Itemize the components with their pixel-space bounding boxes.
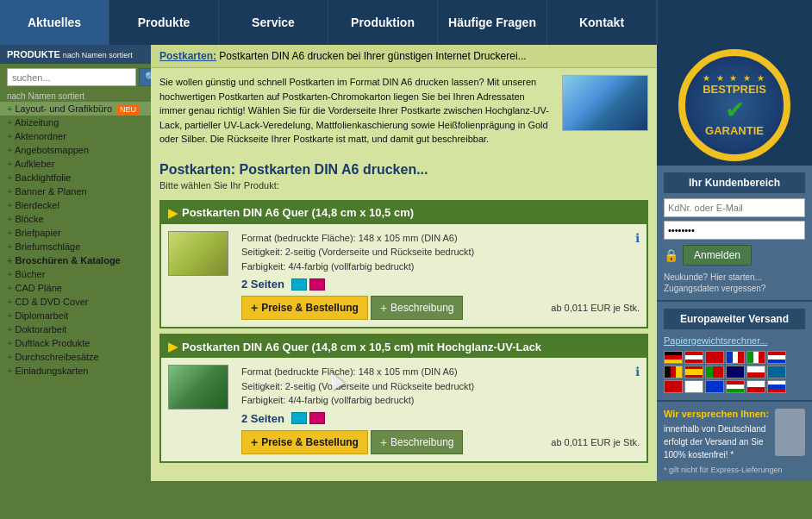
intro-text: Sie wollen günstig und schnell Postkarte… xyxy=(159,75,553,147)
info-icon-2[interactable]: ℹ xyxy=(635,365,640,378)
color-cyan-1 xyxy=(291,278,307,291)
bestpreis-badge: ★ ★ ★ ★ ★ BESTPREIS ✔ GARANTIE xyxy=(657,45,812,166)
color-boxes-1 xyxy=(291,278,325,291)
product-section-header: Postkarten: Postkarten DIN A6 drucken...… xyxy=(151,153,657,195)
intro-section: Sie wollen günstig und schnell Postkarte… xyxy=(151,68,657,153)
arrow-icon-2: ▶ xyxy=(168,340,178,353)
sidebar-item-diplomarbeit[interactable]: Diplomarbeit xyxy=(0,309,151,322)
intro-image xyxy=(562,75,648,131)
login-row: 🔒 Anmelden xyxy=(664,245,805,266)
sidebar-item-einladung[interactable]: Einladungskarten xyxy=(0,364,151,378)
sidebar-item-briefumschlaege[interactable]: Briefumschläge xyxy=(0,240,151,253)
forgot-password-link[interactable]: Zugangsdaten vergessen? xyxy=(664,284,805,293)
promise-section: Wir versprechen Ihnen: innerhalb von Deu… xyxy=(657,400,812,481)
badge-checkmark: ✔ xyxy=(725,96,745,124)
sides-label-2: 2 Seiten xyxy=(241,412,284,425)
desc-button-2[interactable]: + Beschreibung xyxy=(371,430,464,454)
right-panel: ★ ★ ★ ★ ★ BESTPREIS ✔ GARANTIE Ihr Kunde… xyxy=(657,45,812,481)
product-image-1 xyxy=(168,231,228,276)
product-actions-2: + Preise & Bestellung + Beschreibung ab … xyxy=(241,430,640,454)
breadcrumb: Postkarten: Postkarten DIN A6 drucken be… xyxy=(151,45,657,68)
nav-item-haeufige-fragen[interactable]: Häufige Fragen xyxy=(438,0,547,45)
email-field[interactable] xyxy=(664,198,805,217)
product-spec-format-2: Format (bedruckte Fläche): 148 x 105 mm … xyxy=(241,365,640,379)
sidebar-header: PRODUKTE nach Namen sortiert xyxy=(0,45,151,64)
new-badge: NEU xyxy=(117,104,139,115)
sidebar-item-doktorarbeit[interactable]: Doktorarbeit xyxy=(0,322,151,336)
sidebar-item-broschueren[interactable]: Broschüren & Kataloge xyxy=(0,253,151,267)
flag-dk xyxy=(664,380,683,393)
flag-at xyxy=(684,351,703,364)
new-customer-link[interactable]: Neukunde? Hier starten... xyxy=(664,272,805,282)
nav-item-produktion[interactable]: Produktion xyxy=(328,0,438,45)
sidebar-item-bloecke[interactable]: Blöcke xyxy=(0,212,151,226)
color-cyan-2 xyxy=(291,412,307,424)
paper-weight-link[interactable]: Papiergewichtsrechner... xyxy=(664,335,767,346)
sidebar-item-durchschreibe[interactable]: Durchschreibesätze xyxy=(0,350,151,364)
sidebar-item-briefpapier[interactable]: Briefpapier xyxy=(0,226,151,240)
product-card-1-body: ℹ Format (bedruckte Fläche): 148 x 105 m… xyxy=(161,224,646,328)
nav-item-aktuelles[interactable]: Aktuelles xyxy=(0,0,109,45)
price-info-1: ab 0,011 EUR je Stk. xyxy=(551,303,640,313)
sidebar-item-aufkleber[interactable]: Aufkleber xyxy=(0,157,151,171)
sidebar-item-backlightfolie[interactable]: Backlightfolie xyxy=(0,171,151,184)
sidebar-item-layout[interactable]: Layout- und Grafikbüro NEU xyxy=(0,102,151,116)
flag-gr xyxy=(705,380,724,393)
product-spec-format-1: Format (bedruckte Fläche): 148 x 105 mm … xyxy=(241,231,640,246)
color-magenta-1 xyxy=(309,278,325,291)
sidebar-item-angebotsmappen[interactable]: Angebotsmappen xyxy=(0,143,151,157)
promise-title: Wir versprechen Ihnen: xyxy=(664,409,771,419)
product-section-title: Postkarten: Postkarten DIN A6 drucken... xyxy=(159,162,648,178)
sidebar-item-cd[interactable]: CD & DVD Cover xyxy=(0,295,151,309)
flag-fr xyxy=(726,351,745,364)
sidebar-item-cad[interactable]: CAD Pläne xyxy=(0,281,151,295)
order-button-2[interactable]: + Preise & Bestellung xyxy=(241,430,368,454)
sidebar-item-bierdeckel[interactable]: Bierdeckel xyxy=(0,198,151,212)
plus-icon-desc-1: + xyxy=(380,301,387,315)
badge-circle: ★ ★ ★ ★ ★ BESTPREIS ✔ GARANTIE xyxy=(678,49,790,161)
flag-sk xyxy=(767,380,786,393)
product-thumb-2 xyxy=(168,365,233,425)
main-content: Postkarten: Postkarten DIN A6 drucken be… xyxy=(151,45,657,481)
product-card-1-header[interactable]: ▶ Postkarten DIN A6 Quer (14,8 cm x 10,5… xyxy=(161,202,646,224)
plus-icon-desc-2: + xyxy=(380,435,387,449)
product-card-2-header[interactable]: ▶ Postkarten DIN A6 Quer (14,8 cm x 10,5… xyxy=(161,335,646,358)
product-card-2-body: ℹ Format (bedruckte Fläche): 148 x 105 m… xyxy=(161,358,646,461)
promise-text: innerhalb von Deutschland erfolgt der Ve… xyxy=(664,422,771,461)
top-nav: Aktuelles Produkte Service Produktion Hä… xyxy=(0,0,812,45)
info-icon-1[interactable]: ℹ xyxy=(635,231,640,245)
sidebar: PRODUKTE nach Namen sortiert 🔍 nach Name… xyxy=(0,45,151,481)
product-card-1-title: Postkarten DIN A6 Quer (14,8 cm x 10,5 c… xyxy=(182,206,414,219)
sidebar-item-aktenordner[interactable]: Aktenordner xyxy=(0,129,151,143)
product-spec-farbe-1: Farbigkeit: 4/4-farbig (vollfarbig bedru… xyxy=(241,260,640,274)
flag-pt xyxy=(705,366,724,378)
product-image-2 xyxy=(168,365,228,410)
search-input[interactable] xyxy=(7,68,136,86)
sides-info-2: 2 Seiten xyxy=(241,412,640,425)
customer-section: Ihr Kundenbereich 🔒 Anmelden Neukunde? H… xyxy=(657,166,812,300)
sidebar-item-buecher[interactable]: Bücher xyxy=(0,267,151,281)
flag-nl xyxy=(767,351,786,364)
flag-be xyxy=(664,366,683,378)
nav-right-area xyxy=(657,0,812,45)
breadcrumb-text: Postkarten DIN A6 drucken bei Ihrer güns… xyxy=(216,50,527,62)
nav-item-service[interactable]: Service xyxy=(219,0,328,45)
password-field[interactable] xyxy=(664,221,805,240)
sidebar-item-banner[interactable]: Banner & Planen xyxy=(0,184,151,198)
order-button-1[interactable]: + Preise & Bestellung xyxy=(241,296,368,320)
sidebar-item-duftlack[interactable]: Duftlack Produkte xyxy=(0,336,151,350)
nav-item-produkte[interactable]: Produkte xyxy=(109,0,219,45)
desc-button-1[interactable]: + Beschreibung xyxy=(371,296,464,320)
sidebar-sort-label: nach Namen sortiert xyxy=(0,91,151,102)
sides-info-1: 2 Seiten xyxy=(241,278,640,291)
product-section-subtitle: Bitte wählen Sie Ihr Produkt: xyxy=(159,180,648,191)
sidebar-item-abizeitung[interactable]: Abizeitung xyxy=(0,116,151,129)
nav-item-kontakt[interactable]: Kontakt xyxy=(547,0,657,45)
shipping-section: Europaweiter Versand Papiergewichtsrechn… xyxy=(657,300,812,400)
login-button[interactable]: Anmelden xyxy=(683,245,752,266)
flag-gb xyxy=(726,366,745,378)
breadcrumb-link[interactable]: Postkarten: xyxy=(159,50,216,62)
flag-es xyxy=(684,366,703,378)
flag-cz xyxy=(746,380,765,393)
product-card-1: ▶ Postkarten DIN A6 Quer (14,8 cm x 10,5… xyxy=(159,200,648,329)
